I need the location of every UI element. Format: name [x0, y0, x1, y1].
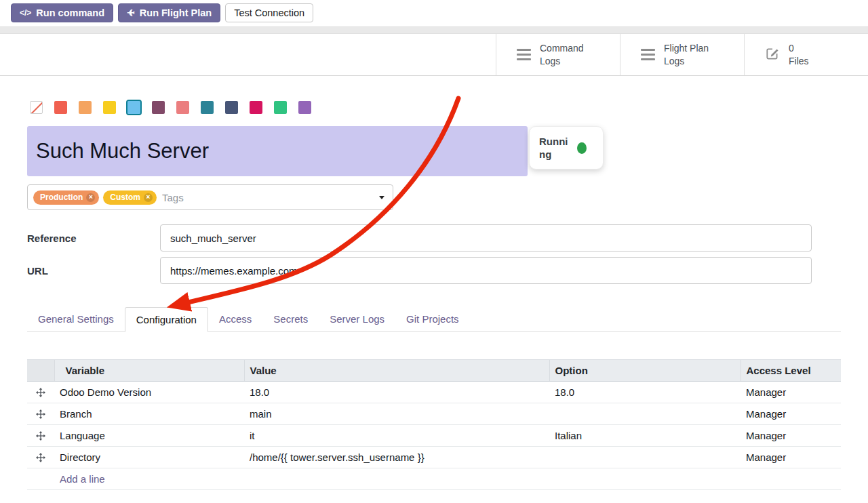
header-access-level: Access Level — [741, 360, 841, 382]
color-swatch-orange[interactable] — [79, 101, 92, 114]
tab-git-projects[interactable]: Git Projects — [395, 307, 470, 331]
cell-value[interactable]: it — [244, 425, 549, 447]
tab-access[interactable]: Access — [208, 307, 262, 331]
stat-button-flight-plan-logs[interactable]: Flight Plan Logs — [620, 34, 744, 75]
cell-value[interactable]: /home/{{ tower.server.ssh_username }} — [244, 447, 549, 468]
header-variable: Variable — [54, 360, 244, 382]
edit-icon — [765, 46, 780, 64]
run-flight-plan-label: Run Flight Plan — [140, 7, 212, 18]
test-connection-button[interactable]: Test Connection — [225, 3, 313, 22]
tag-label: Production — [40, 193, 83, 202]
table-header-row: Variable Value Option Access Level — [27, 360, 841, 382]
drag-handle-icon[interactable] — [36, 409, 45, 421]
divider-band — [0, 26, 868, 34]
cell-access-level[interactable]: Manager — [741, 447, 841, 468]
stat-line: Logs — [540, 55, 584, 67]
color-swatch-none[interactable] — [30, 101, 43, 114]
run-command-button[interactable]: </> Run command — [11, 3, 113, 22]
url-label: URL — [27, 265, 160, 277]
cell-value[interactable]: main — [244, 403, 549, 425]
url-field-row: URL https://memes.example.com — [27, 257, 841, 284]
code-icon: </> — [20, 8, 31, 18]
drag-column-header — [27, 360, 54, 382]
cell-variable[interactable]: Odoo Demo Version — [54, 382, 244, 403]
tag-production[interactable]: Production × — [33, 190, 99, 205]
server-name-input[interactable]: Such Much Server — [27, 126, 528, 176]
cell-option[interactable]: 18.0 — [549, 382, 741, 403]
color-swatch-lightblue-selected[interactable] — [127, 101, 140, 114]
color-swatch-teal[interactable] — [201, 101, 214, 114]
add-line-row: Add a line — [27, 468, 841, 490]
remove-tag-icon[interactable]: × — [86, 193, 95, 202]
tag-label: Custom — [110, 193, 140, 202]
table-row: Odoo Demo Version 18.0 18.0 Manager — [27, 382, 841, 403]
color-swatch-yellow[interactable] — [103, 101, 116, 114]
drag-handle-icon[interactable] — [36, 431, 45, 443]
color-swatch-purple[interactable] — [298, 101, 311, 114]
color-swatch-green[interactable] — [274, 101, 287, 114]
color-swatch-red[interactable] — [54, 101, 67, 114]
stat-line: 0 — [789, 42, 809, 54]
color-swatch-darkpurple[interactable] — [152, 101, 165, 114]
reference-input[interactable]: such_much_server — [160, 224, 812, 252]
cell-access-level[interactable]: Manager — [741, 382, 841, 403]
header-value: Value — [244, 360, 549, 382]
cell-option[interactable] — [549, 447, 741, 468]
stat-button-files[interactable]: 0 Files — [744, 34, 868, 75]
color-swatch-magenta[interactable] — [250, 101, 262, 114]
title-row: Such Much Server Running — [27, 126, 841, 176]
reference-field-row: Reference such_much_server — [27, 224, 841, 252]
status-card: Running — [529, 126, 604, 169]
stat-label-files: 0 Files — [789, 42, 809, 66]
table-row: Language it Italian Manager — [27, 425, 841, 447]
stat-line: Logs — [664, 55, 709, 67]
notebook-tabs: General Settings Configuration Access Se… — [27, 307, 841, 332]
cell-access-level[interactable]: Manager — [741, 403, 841, 425]
remove-tag-icon[interactable]: × — [144, 193, 153, 202]
drag-handle-icon[interactable] — [36, 388, 45, 399]
list-icon — [517, 49, 531, 61]
tab-general-settings[interactable]: General Settings — [27, 307, 125, 331]
cell-option[interactable]: Italian — [549, 425, 741, 447]
stat-button-command-logs[interactable]: Command Logs — [496, 34, 620, 75]
run-flight-plan-button[interactable]: ✈ Run Flight Plan — [118, 3, 220, 22]
tab-server-logs[interactable]: Server Logs — [319, 307, 395, 331]
list-icon — [641, 49, 655, 61]
cell-option[interactable] — [549, 403, 741, 425]
color-swatch-navy[interactable] — [225, 101, 238, 114]
table-row: Branch main Manager — [27, 403, 841, 425]
tab-secrets[interactable]: Secrets — [262, 307, 319, 331]
color-swatch-salmon[interactable] — [176, 101, 189, 114]
header-option: Option — [549, 360, 741, 382]
tags-input[interactable]: Production × Custom × Tags — [27, 184, 393, 210]
tab-configuration[interactable]: Configuration — [125, 307, 208, 332]
drag-handle-icon[interactable] — [36, 453, 45, 464]
status-label: Running — [539, 135, 573, 161]
tag-custom[interactable]: Custom × — [103, 190, 157, 205]
topbar: </> Run command ✈ Run Flight Plan Test C… — [0, 0, 868, 26]
tags-placeholder: Tags — [162, 192, 184, 203]
add-line-link[interactable]: Add a line — [60, 473, 105, 485]
status-dot — [577, 142, 587, 154]
cell-variable[interactable]: Language — [54, 425, 244, 447]
control-panel: Command Logs Flight Plan Logs 0 Files — [0, 34, 868, 76]
stat-line: Flight Plan — [664, 42, 709, 54]
table-row: Directory /home/{{ tower.server.ssh_user… — [27, 447, 841, 468]
cell-variable[interactable]: Directory — [54, 447, 244, 468]
stat-label-command-logs: Command Logs — [540, 42, 584, 66]
color-palette — [27, 101, 841, 114]
url-input[interactable]: https://memes.example.com — [160, 257, 812, 284]
page: { "topbar": { "buttons": [ { "label": "R… — [0, 0, 868, 503]
cell-variable[interactable]: Branch — [54, 403, 244, 425]
run-command-label: Run command — [36, 7, 104, 18]
cell-value[interactable]: 18.0 — [244, 382, 549, 403]
stat-label-flight-plan-logs: Flight Plan Logs — [664, 42, 709, 66]
dropdown-caret-icon[interactable] — [379, 196, 384, 199]
form-sheet: Such Much Server Running Production × Cu… — [0, 101, 868, 490]
test-connection-label: Test Connection — [234, 7, 304, 18]
cell-access-level[interactable]: Manager — [741, 425, 841, 447]
fields: Reference such_much_server URL https://m… — [27, 224, 841, 284]
stat-line: Command — [540, 42, 584, 54]
stat-line: Files — [789, 55, 809, 67]
reference-label: Reference — [27, 233, 160, 244]
